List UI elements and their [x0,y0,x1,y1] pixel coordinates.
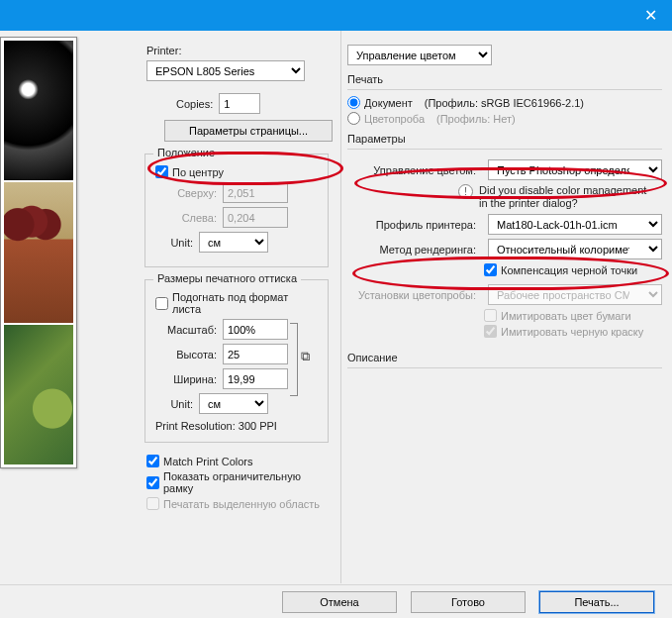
unit-label: Unit: [155,237,193,249]
copies-input[interactable] [219,93,260,114]
warning-icon: ! [458,184,473,199]
warning-text-1: Did you disable color management [479,184,646,197]
scaled-legend: Размеры печатного оттиска [153,272,301,284]
preview-thumb [4,182,73,322]
section-select[interactable]: Управление цветом [347,45,492,65]
copies-label: Copies: [176,98,213,110]
sim-paper-input [484,309,497,322]
document-radio-input[interactable] [347,96,360,109]
center-label: По центру [172,166,224,178]
proof-setup-label: Установки цветопробы: [347,289,476,301]
proof-profile-text: (Профиль: Нет) [436,113,516,125]
top-input [223,182,288,203]
match-colors-label: Match Print Colors [163,456,252,467]
match-colors-checkbox[interactable]: Match Print Colors [146,455,333,467]
proof-setup-select: Рабочее пространство CMYK [488,284,662,305]
center-checkbox[interactable]: По центру [155,165,318,178]
print-heading: Печать [347,73,662,85]
unit2-select[interactable]: см [199,393,268,414]
window-titlebar: ✕ [0,0,672,31]
rendering-label: Метод рендеринга: [347,244,476,256]
printer-select[interactable]: EPSON L805 Series [146,60,305,81]
link-bracket [290,323,298,396]
rendering-select[interactable]: Относительный колориметр... [488,239,662,259]
done-button[interactable]: Готово [411,591,526,613]
height-label: Высота: [155,349,217,360]
print-selection-input [146,497,159,510]
fit-media-checkbox-input[interactable] [155,297,168,310]
description-heading: Описание [347,352,662,363]
document-radio[interactable]: Документ (Профиль: sRGB IEC61966-2.1) [347,96,662,109]
print-selection-checkbox: Печатать выделенную область [146,497,333,510]
position-group: Положение По центру Сверху: Слева: Unit:… [144,154,329,267]
left-label: Слева: [155,212,217,224]
scale-input[interactable] [223,319,288,340]
sim-black-label: Имитировать черную краску [501,326,643,338]
preview-thumb [4,325,73,464]
proof-radio-label: Цветопроба [364,113,425,125]
position-legend: Положение [153,147,219,158]
sim-paper-label: Имитировать цвет бумаги [501,310,631,322]
proof-radio[interactable]: Цветопроба (Профиль: Нет) [347,112,662,125]
preview-thumb [4,41,73,180]
scale-label: Масштаб: [155,324,217,336]
center-checkbox-input[interactable] [155,165,168,178]
params-heading: Параметры [347,133,662,145]
print-selection-label: Печатать выделенную область [163,498,320,510]
sim-black-input [484,325,497,338]
document-profile-text: (Профиль: sRGB IEC61966-2.1) [425,97,584,109]
cancel-button[interactable]: Отмена [282,591,397,613]
link-icon[interactable]: ⧉ [298,349,312,364]
bpc-label: Компенсация черной точки [501,264,637,276]
fit-media-label: Подогнать под формат листа [172,291,318,315]
bpc-checkbox[interactable]: Компенсация черной точки [484,263,662,276]
show-bbox-input[interactable] [146,476,159,489]
height-input[interactable] [223,344,288,364]
left-input [223,207,288,228]
fit-media-checkbox[interactable]: Подогнать под формат листа [155,291,318,315]
printer-profile-label: Профиль принтера: [347,219,476,231]
printer-label: Printer: [146,45,181,56]
scaled-size-group: Размеры печатного оттиска Подогнать под … [144,279,329,443]
proof-radio-input[interactable] [347,112,360,125]
sim-paper-checkbox: Имитировать цвет бумаги [484,309,662,322]
close-icon: ✕ [644,6,657,25]
print-resolution-text: Print Resolution: 300 PPI [155,420,318,432]
sim-black-checkbox: Имитировать черную краску [484,325,662,338]
printer-profile-select[interactable]: Mat180-Lack-01h-01.icm [488,214,662,235]
unit-select[interactable]: см [199,232,268,253]
width-input[interactable] [223,368,288,389]
preview-page [0,37,77,468]
close-button[interactable]: ✕ [628,0,672,31]
print-preview-pane [0,31,77,583]
unit2-label: Unit: [155,398,193,410]
page-setup-button[interactable]: Параметры страницы... [164,120,333,142]
top-label: Сверху: [155,187,217,199]
match-colors-input[interactable] [146,455,159,467]
print-button[interactable]: Печать... [539,591,654,613]
show-bbox-checkbox[interactable]: Показать ограничительную рамку [146,470,333,494]
warning-text-2: in the printer dialog? [479,197,646,210]
bpc-input[interactable] [484,263,497,276]
show-bbox-label: Показать ограничительную рамку [163,470,333,494]
dialog-footer: Отмена Готово Печать... [0,584,672,618]
color-handling-select[interactable]: Пусть Photoshop определяет ... [488,159,662,180]
document-radio-label: Документ [364,97,413,109]
width-label: Ширина: [155,373,217,385]
color-handling-label: Управление цветом: [347,164,476,176]
